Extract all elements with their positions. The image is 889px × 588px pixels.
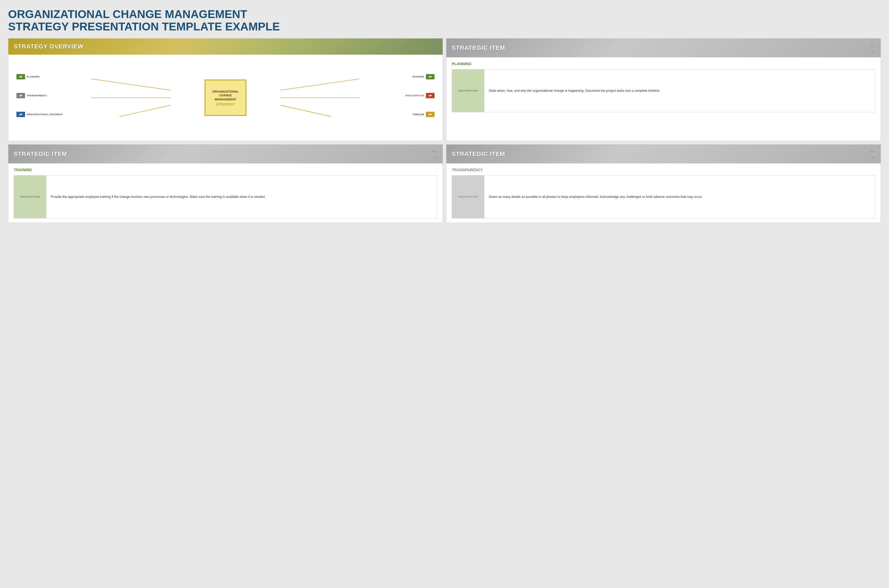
strategic3-section-label: TRANSPARENCY	[452, 168, 875, 172]
strategic3-title: STRATEGIC ITEM	[452, 150, 505, 158]
overview-title: STRATEGY OVERVIEW	[14, 43, 84, 50]
roadmap-label: ORGANIZATIONAL ROADMAP	[27, 113, 63, 116]
strategic2-desc-left: DESCRIPTION	[14, 176, 46, 218]
page-container: ORGANIZATIONAL CHANGE MANAGEMENT STRATEG…	[8, 8, 881, 223]
svg-line-0	[91, 79, 170, 90]
strategic2-desc-box: DESCRIPTION Provide the appropriate empl…	[14, 175, 437, 218]
strategic1-desc-box: DESCRIPTION State when, how, and why the…	[452, 69, 875, 112]
diagram-wrapper: ORGANIZATIONAL CHANGE MANAGEMENT STRATEG…	[14, 60, 437, 135]
diag-item-planning-left: ⇌ PLANNING	[17, 74, 40, 80]
strategic1-desc-right: State when, how, and why the organizatio…	[484, 69, 875, 112]
strategic3-desc-left: DESCRIPTION	[452, 176, 484, 218]
transparency-label: TRANSPARENCY	[27, 94, 47, 97]
strategic1-desc-text: State when, how, and why the organizatio…	[489, 88, 660, 93]
strategic2-content: TRAINING DESCRIPTION Provide the appropr…	[8, 164, 442, 223]
strategic-panel-training: STRATEGIC ITEM ← → TRAINING DESCRIPTION …	[8, 144, 443, 223]
arrow-right-icon2: →	[432, 154, 437, 160]
strategic2-desc-label: DESCRIPTION	[21, 195, 40, 198]
timeline-label: TIMELINE	[412, 113, 424, 116]
overview-header: STRATEGY OVERVIEW	[8, 39, 442, 55]
arrow-left-icon: ←	[870, 42, 875, 48]
page-title: ORGANIZATIONAL CHANGE MANAGEMENT STRATEG…	[8, 8, 881, 33]
overview-panel: STRATEGY OVERVIEW	[8, 38, 443, 141]
strategic1-arrows: ← →	[870, 42, 875, 54]
strategic3-desc-label: DESCRIPTION	[459, 195, 478, 198]
diag-item-timeline-right: ⇌ TIMELINE	[412, 112, 435, 117]
strategic-panel-transparency: STRATEGIC ITEM ← → TRANSPARENCY DESCRIPT…	[446, 144, 881, 223]
strategic2-section-label: TRAINING	[14, 168, 437, 172]
arrow-right-icon: →	[870, 48, 875, 54]
strategic3-content: TRANSPARENCY DESCRIPTION Share as many d…	[447, 164, 881, 223]
diag-item-roadmap-left: ⇌ ORGANIZATIONAL ROADMAP	[17, 112, 63, 117]
strategic1-desc-label: DESCRIPTION	[459, 89, 478, 92]
strategic3-header: STRATEGIC ITEM ← →	[447, 145, 881, 164]
participation-label: PARTICIPATION	[405, 94, 424, 97]
diag-item-transparency-left: ⇌ TRANSPARENCY	[17, 93, 47, 98]
strategic3-desc-box: DESCRIPTION Share as many details as pos…	[452, 175, 875, 218]
svg-line-5	[280, 105, 331, 117]
strategic2-title: STRATEGIC ITEM	[14, 150, 67, 158]
strategic1-section-label: PLANNING	[452, 62, 875, 66]
strategic3-arrows: ← →	[870, 148, 875, 160]
strategic2-desc-right: Provide the appropriate employee trainin…	[46, 176, 437, 218]
strategic1-header: STRATEGIC ITEM ← →	[447, 39, 881, 57]
timeline-arrow: ⇌	[426, 112, 435, 117]
svg-line-2	[120, 105, 170, 117]
diag-item-participation-right: ⇌ PARTICIPATION	[405, 93, 435, 98]
transparency-arrow: ⇌	[17, 93, 25, 98]
planning-label: PLANNING	[27, 75, 40, 78]
strategic2-arrows: ← →	[432, 148, 437, 160]
strategic2-desc-text: Provide the appropriate employee trainin…	[51, 194, 266, 200]
strategic3-desc-text: Share as many details as possible in all…	[489, 194, 702, 200]
arrow-left-icon3: ←	[870, 148, 875, 154]
strategic1-content: PLANNING DESCRIPTION State when, how, an…	[447, 57, 881, 117]
roadmap-arrow: ⇌	[17, 112, 25, 117]
diag-item-training-right: ⇌ TRAINING	[412, 74, 435, 80]
svg-line-3	[280, 79, 360, 90]
center-box-text: ORGANIZATIONAL CHANGE MANAGEMENT	[212, 89, 239, 101]
panels-grid: STRATEGY OVERVIEW	[8, 38, 881, 223]
overview-content: ORGANIZATIONAL CHANGE MANAGEMENT STRATEG…	[8, 55, 442, 141]
arrow-right-icon3: →	[870, 154, 875, 160]
strategic2-header: STRATEGIC ITEM ← →	[8, 145, 442, 164]
strategic1-title: STRATEGIC ITEM	[452, 44, 505, 51]
arrow-left-icon2: ←	[432, 148, 437, 154]
training-label: TRAINING	[412, 75, 424, 78]
participation-arrow: ⇌	[426, 93, 435, 98]
strategic3-desc-right: Share as many details as possible in all…	[484, 176, 875, 218]
planning-arrow: ⇌	[17, 74, 25, 80]
center-box: ORGANIZATIONAL CHANGE MANAGEMENT STRATEG…	[205, 80, 247, 116]
training-arrow: ⇌	[426, 74, 435, 80]
strategic1-desc-left: DESCRIPTION	[452, 69, 484, 112]
strategic-panel-planning: STRATEGIC ITEM ← → PLANNING DESCRIPTION …	[446, 38, 881, 141]
center-box-strategy: STRATEGY	[216, 102, 235, 106]
